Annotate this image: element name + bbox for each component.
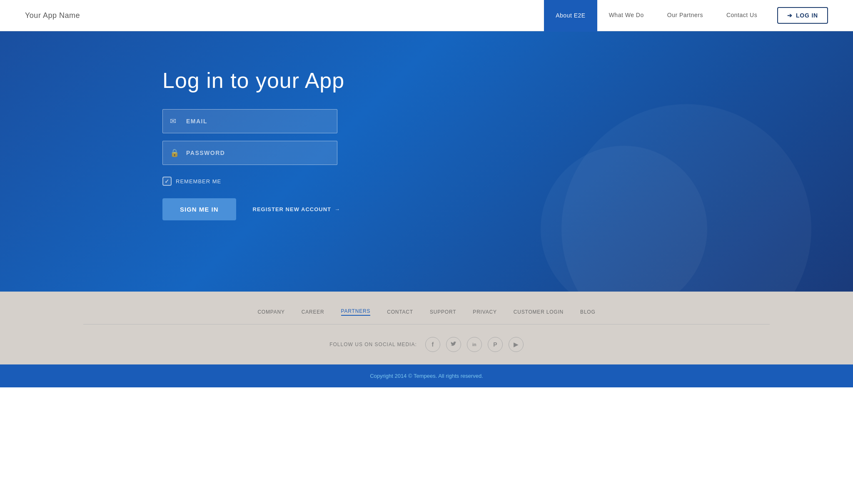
footer-nav: COMPANY CAREER PARTNERS CONTACT SUPPORT … <box>0 308 853 324</box>
login-label: LOG IN <box>796 12 818 19</box>
pinterest-icon[interactable]: P <box>488 337 503 352</box>
footer-nav-career[interactable]: CAREER <box>302 309 324 315</box>
social-label: FOLLOW US ON SOCIAL MEDIA: <box>329 342 417 347</box>
social-row: FOLLOW US ON SOCIAL MEDIA: f in P ▶ <box>0 324 853 364</box>
email-input[interactable] <box>162 109 337 133</box>
password-field-group: 🔒 <box>162 141 337 165</box>
header: Your App Name About E2E What We Do Our P… <box>0 0 853 31</box>
linkedin-icon[interactable]: in <box>467 337 482 352</box>
copyright-text: Copyright 2014 © <box>370 373 414 379</box>
youtube-icon[interactable]: ▶ <box>509 337 524 352</box>
footer: COMPANY CAREER PARTNERS CONTACT SUPPORT … <box>0 292 853 387</box>
login-button[interactable]: ➔ LOG IN <box>777 7 828 24</box>
register-link[interactable]: REGISTER NEW ACCOUNT → <box>253 206 341 212</box>
sign-in-button[interactable]: SIGN ME IN <box>162 198 236 220</box>
nav-item-contact[interactable]: Contact Us <box>715 0 769 31</box>
remember-me-label: REMEMBER ME <box>176 178 221 185</box>
page-title: Log in to your App <box>162 69 344 92</box>
footer-nav-partners[interactable]: PARTNERS <box>341 308 371 316</box>
register-label: REGISTER NEW ACCOUNT <box>253 206 332 212</box>
footer-nav-privacy[interactable]: PRIVACY <box>473 309 496 315</box>
main-content: Log in to your App ✉ 🔒 ✓ REMEMBER ME SIG… <box>0 31 853 292</box>
footer-nav-blog[interactable]: BLOG <box>580 309 596 315</box>
app-name: Your App Name <box>25 11 80 20</box>
main-nav: About E2E What We Do Our Partners Contac… <box>544 0 828 31</box>
footer-nav-support[interactable]: SUPPORT <box>430 309 456 315</box>
twitter-icon[interactable] <box>446 337 461 352</box>
actions-row: SIGN ME IN REGISTER NEW ACCOUNT → <box>162 198 340 220</box>
nav-item-partners[interactable]: Our Partners <box>656 0 715 31</box>
remember-me-checkbox[interactable]: ✓ <box>162 177 172 186</box>
facebook-icon[interactable]: f <box>425 337 440 352</box>
footer-nav-contact[interactable]: CONTACT <box>387 309 413 315</box>
copyright-end: . All rights reserved. <box>436 373 483 379</box>
footer-nav-company[interactable]: COMPANY <box>257 309 284 315</box>
login-icon: ➔ <box>787 12 793 19</box>
email-field-group: ✉ <box>162 109 337 133</box>
footer-nav-customer-login[interactable]: CUSTOMER LOGIN <box>514 309 564 315</box>
remember-me-row: ✓ REMEMBER ME <box>162 177 221 186</box>
nav-item-what-we-do[interactable]: What We Do <box>597 0 656 31</box>
password-input[interactable] <box>162 141 337 165</box>
register-arrow: → <box>334 206 340 212</box>
brand-name: Tempees <box>414 373 436 379</box>
footer-bottom: Copyright 2014 © Tempees. All rights res… <box>0 364 853 387</box>
nav-item-about[interactable]: About E2E <box>544 0 597 32</box>
